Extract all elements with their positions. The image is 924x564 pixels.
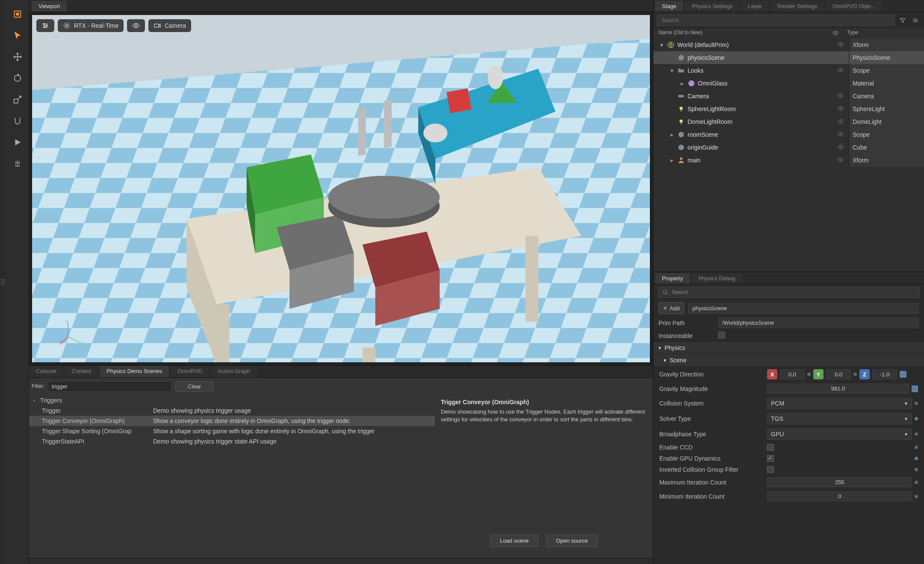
- stage-row[interactable]: SphereLightRoomSphereLight: [653, 103, 924, 115]
- stage-row-name: SphereLightRoom: [688, 106, 832, 112]
- stage-header-type[interactable]: Type: [844, 29, 919, 38]
- stage-row[interactable]: ▸mainXform: [653, 154, 924, 167]
- stage-tab[interactable]: Stage: [655, 1, 683, 12]
- tool-select[interactable]: [9, 27, 26, 44]
- section-physics[interactable]: ▼Physics: [653, 341, 924, 354]
- gravity-mag-input[interactable]: [767, 384, 909, 394]
- expand-icon[interactable]: ▸: [669, 157, 675, 164]
- reset-dot[interactable]: [912, 385, 918, 392]
- open-source-button[interactable]: Open source: [546, 535, 597, 547]
- stage-header-name[interactable]: Name (Old to New): [658, 29, 827, 38]
- visibility-icon[interactable]: [832, 41, 849, 49]
- visibility-icon[interactable]: [832, 92, 849, 100]
- ccd-checkbox[interactable]: [767, 444, 774, 451]
- stage-tab[interactable]: Physics Settings: [685, 1, 739, 12]
- reset-dot[interactable]: [900, 371, 906, 378]
- clear-filter-button[interactable]: Clear: [175, 381, 213, 392]
- viewport-settings-icon[interactable]: [36, 19, 54, 32]
- bottom-tab-console[interactable]: Console: [29, 366, 63, 377]
- tool-rotate[interactable]: [9, 70, 26, 86]
- stage-row[interactable]: ▸roomSceneScope: [653, 128, 924, 141]
- reset-dot[interactable]: [915, 402, 918, 405]
- expand-icon[interactable]: ▾: [658, 41, 664, 48]
- instanceable-checkbox[interactable]: [718, 332, 725, 338]
- demo-row[interactable]: Trigger Shape Sorting (OmniGrapShow a sh…: [29, 426, 435, 436]
- gravity-z-input[interactable]: [872, 370, 897, 379]
- stage-search-input[interactable]: [657, 15, 895, 26]
- stage-tab[interactable]: Render Settings: [770, 1, 824, 12]
- stage-row[interactable]: CameraCamera: [653, 90, 924, 103]
- reset-dot[interactable]: [915, 457, 918, 460]
- add-property-button[interactable]: +Add: [658, 302, 684, 314]
- prim-path-input[interactable]: [718, 317, 919, 328]
- demo-row[interactable]: Trigger Conveyor (OmniGraph)Show a conve…: [29, 416, 435, 426]
- stage-filter-icon[interactable]: [897, 15, 908, 26]
- tool-scale[interactable]: [9, 91, 26, 108]
- stage-tab[interactable]: Layer: [741, 1, 769, 12]
- load-scene-button[interactable]: Load scene: [490, 535, 538, 547]
- stage-options-icon[interactable]: [910, 15, 921, 26]
- property-tab[interactable]: Property: [655, 273, 690, 284]
- link-dot[interactable]: [853, 373, 857, 376]
- stage-tab[interactable]: OmniPVD Obje...: [826, 1, 882, 12]
- solver-select[interactable]: TGS▼: [767, 413, 912, 424]
- gpu-dyn-checkbox[interactable]: [767, 455, 774, 462]
- stage-row[interactable]: DomeLightRoomDomeLight: [653, 115, 924, 128]
- expand-icon[interactable]: ▾: [669, 67, 675, 74]
- visibility-icon[interactable]: [832, 156, 849, 164]
- demo-group[interactable]: - Triggers: [29, 395, 435, 405]
- visibility-icon[interactable]: [832, 144, 849, 152]
- tool-snap[interactable]: [9, 113, 26, 129]
- link-dot[interactable]: [807, 373, 811, 376]
- expand-icon[interactable]: ▸: [679, 80, 685, 87]
- stage-row[interactable]: ▾World (defaultPrim)Xform: [653, 38, 924, 51]
- broadphase-select[interactable]: GPU▼: [767, 429, 912, 440]
- collision-select[interactable]: PCM▼: [767, 398, 912, 409]
- axis-gizmo[interactable]: Y X Z: [59, 320, 85, 345]
- camera-dropdown[interactable]: Camera: [148, 19, 191, 32]
- reset-dot[interactable]: [915, 481, 918, 484]
- bottom-tab-physics-demo-scenes[interactable]: Physics Demo Scenes: [100, 366, 169, 377]
- filter-input[interactable]: [48, 381, 172, 392]
- stage-row[interactable]: ▸OmniGlassMaterial: [653, 77, 924, 90]
- viewport-visibility-icon[interactable]: [127, 19, 145, 32]
- visibility-icon[interactable]: [832, 67, 849, 75]
- property-search[interactable]: Search: [658, 287, 920, 298]
- tool-move[interactable]: [9, 49, 26, 65]
- render-mode-dropdown[interactable]: RTX - Real-Time: [58, 19, 124, 32]
- visibility-icon[interactable]: [832, 131, 849, 139]
- reset-dot[interactable]: [915, 432, 918, 436]
- reset-dot[interactable]: [915, 495, 918, 498]
- min-iter-input[interactable]: [767, 491, 912, 501]
- reset-dot[interactable]: [915, 446, 918, 449]
- visibility-icon[interactable]: [832, 118, 849, 126]
- section-scene[interactable]: ▼Scene: [653, 354, 924, 366]
- inv-coll-checkbox[interactable]: [767, 466, 774, 473]
- window-grip[interactable]: [0, 0, 6, 564]
- demo-row[interactable]: TriggerDemo showing physics trigger usag…: [29, 405, 435, 416]
- expand-icon[interactable]: ▸: [669, 131, 675, 138]
- stage-row[interactable]: originGuideCube: [653, 141, 924, 154]
- prim-name-input[interactable]: [688, 303, 919, 314]
- gravity-y-input[interactable]: [826, 370, 851, 379]
- visibility-icon[interactable]: [832, 105, 849, 113]
- tab-viewport[interactable]: Viewport: [32, 1, 67, 12]
- bottom-tab-omnipvd[interactable]: OmniPVD: [171, 366, 209, 377]
- viewport-3d[interactable]: RTX - Real-Time Camera Y X Z: [32, 15, 650, 363]
- demo-list[interactable]: - Triggers TriggerDemo showing physics t…: [29, 395, 435, 558]
- max-iter-input[interactable]: [767, 477, 912, 487]
- stage-row[interactable]: ▾LooksScope: [653, 64, 924, 77]
- demo-row[interactable]: TriggerStateAPIDemo showing physics trig…: [29, 436, 435, 446]
- tool-physics-step[interactable]: [9, 156, 26, 172]
- gravity-x-input[interactable]: [780, 370, 805, 379]
- bottom-tab-content[interactable]: Content: [65, 366, 98, 377]
- reset-dot[interactable]: [915, 468, 918, 471]
- stage-row[interactable]: physicsScenePhysicsScene: [653, 51, 924, 64]
- stage-header[interactable]: Name (Old to New) Type: [653, 29, 924, 38]
- reset-dot[interactable]: [915, 417, 918, 420]
- tool-play[interactable]: [9, 134, 26, 150]
- tool-frame[interactable]: [9, 6, 26, 22]
- stage-tree[interactable]: ▾World (defaultPrim)XformphysicsScenePhy…: [653, 38, 924, 272]
- bottom-tab-action-graph[interactable]: Action Graph: [211, 366, 257, 377]
- property-tab[interactable]: Physics Debug: [691, 273, 742, 284]
